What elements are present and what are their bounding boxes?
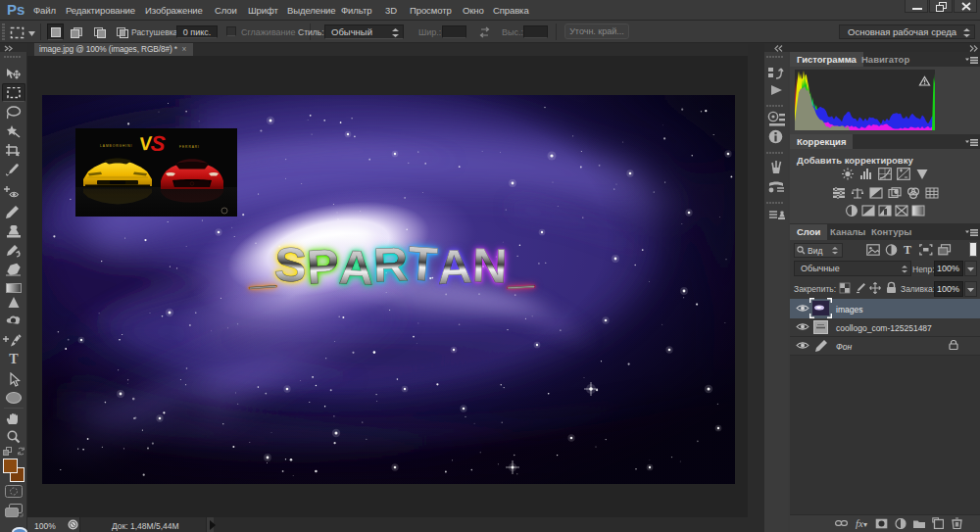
svg-text:LAMBORGHINI: LAMBORGHINI <box>100 144 132 148</box>
svg-text:FERRARI: FERRARI <box>179 145 200 149</box>
svg-text:S: S <box>150 130 167 156</box>
